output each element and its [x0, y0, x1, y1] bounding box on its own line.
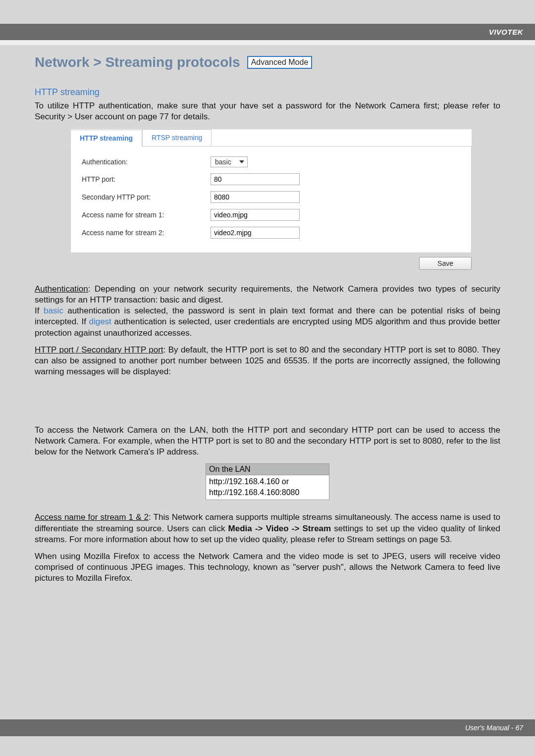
advanced-mode-badge: Advanced Mode: [247, 56, 313, 69]
lan-url-2: http://192.168.4.160:8080: [209, 487, 326, 498]
save-row: Save: [70, 257, 472, 270]
digest-term: digest: [89, 317, 111, 326]
lan-address-box: On the LAN http://192.168.4.160 or http:…: [206, 463, 329, 500]
authentication-if: If: [35, 306, 44, 315]
page-title-row: Network > Streaming protocols Advanced M…: [35, 54, 500, 70]
tab-rtsp-streaming[interactable]: RTSP streaming: [142, 129, 212, 146]
authentication-paragraph: Authentication: Depending on your networ…: [35, 284, 500, 338]
label-http-port: HTTP port:: [82, 175, 211, 183]
http-streaming-heading: HTTP streaming: [35, 87, 500, 98]
row-secondary-http-port: Secondary HTTP port:: [82, 191, 460, 203]
chevron-down-icon: [239, 160, 244, 163]
authentication-body-1: : Depending on your network security req…: [35, 284, 500, 304]
brand-label: VIVOTEK: [489, 28, 523, 36]
lan-url-1: http://192.168.4.160 or: [209, 476, 326, 487]
http-port-term: HTTP port / Secondary HTTP port: [35, 345, 163, 354]
form-area: Authentication: basic HTTP port: Seconda…: [70, 147, 472, 253]
lan-box-body: http://192.168.4.160 or http://192.168.4…: [206, 475, 329, 500]
label-authentication: Authentication:: [82, 158, 211, 166]
tab-bar: HTTP streaming RTSP streaming: [70, 129, 472, 147]
row-authentication: Authentication: basic: [82, 156, 460, 167]
row-access-stream-1: Access name for stream 1:: [82, 209, 460, 221]
label-secondary-http-port: Secondary HTTP port:: [82, 193, 211, 201]
streaming-settings-panel: HTTP streaming RTSP streaming Authentica…: [70, 129, 472, 253]
tab-http-streaming[interactable]: HTTP streaming: [70, 130, 142, 147]
authentication-select[interactable]: basic: [211, 156, 248, 167]
label-access-stream-1: Access name for stream 1:: [82, 211, 211, 219]
page-content: Network > Streaming protocols Advanced M…: [35, 54, 500, 590]
firefox-paragraph: When using Mozilla Firefox to access the…: [35, 551, 500, 584]
row-http-port: HTTP port:: [82, 173, 460, 185]
warning-placeholder: [35, 383, 500, 425]
authentication-term: Authentication: [35, 284, 88, 294]
lan-intro-paragraph: To access the Network Camera on the LAN,…: [35, 425, 500, 457]
footer-band: User's Manual - 67: [0, 719, 535, 736]
header-underline: [0, 40, 535, 45]
media-video-stream-path: Media -> Video -> Stream: [228, 524, 331, 533]
http-port-paragraph: HTTP port / Secondary HTTP port: By defa…: [35, 345, 500, 377]
secondary-http-port-input[interactable]: [211, 191, 300, 203]
access-name-paragraph: Access name for stream 1 & 2: This Netwo…: [35, 512, 500, 545]
footer-page-label: User's Manual - 67: [465, 724, 523, 732]
page-title: Network > Streaming protocols: [35, 54, 240, 70]
save-button[interactable]: Save: [419, 257, 472, 270]
basic-term: basic: [44, 306, 63, 315]
access-stream-2-input[interactable]: [211, 227, 300, 239]
access-name-term: Access name for stream 1 & 2: [35, 512, 149, 522]
lan-box-header: On the LAN: [206, 463, 329, 475]
top-header-band: VIVOTEK: [0, 24, 535, 40]
authentication-value: basic: [215, 158, 231, 166]
label-access-stream-2: Access name for stream 2:: [82, 229, 211, 237]
row-access-stream-2: Access name for stream 2:: [82, 227, 460, 239]
access-stream-1-input[interactable]: [211, 209, 300, 221]
http-port-input[interactable]: [211, 173, 300, 185]
http-streaming-intro: To utilize HTTP authentication, make sur…: [35, 101, 500, 122]
